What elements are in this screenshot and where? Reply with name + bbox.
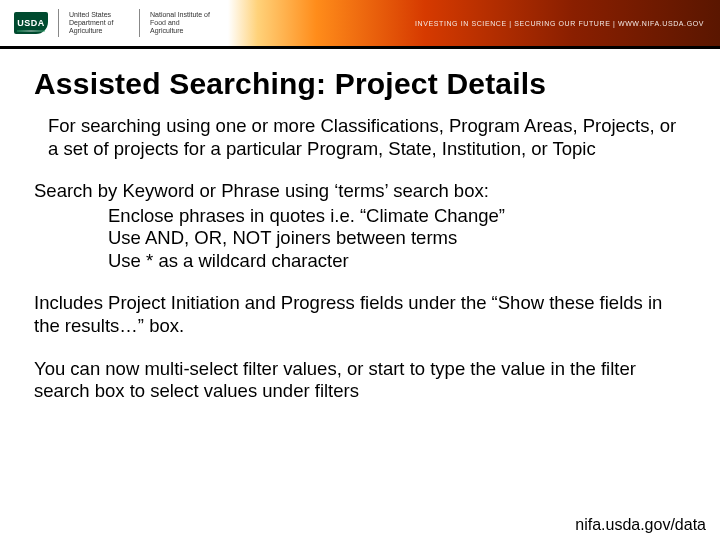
header-tagline: INVESTING IN SCIENCE | SECURING OUR FUTU…: [415, 20, 704, 27]
search-lead: Search by Keyword or Phrase using ‘terms…: [34, 180, 686, 203]
slide-content: Assisted Searching: Project Details For …: [0, 49, 720, 403]
divider: [58, 9, 59, 37]
slide-header: USDA United States Department of Agricul…: [0, 0, 720, 46]
slide-title: Assisted Searching: Project Details: [34, 67, 686, 101]
search-tip-quotes: Enclose phrases in quotes i.e. “Climate …: [34, 205, 686, 228]
org-text-1: United States Department of Agriculture: [69, 11, 129, 35]
search-tip-joiners: Use AND, OR, NOT joiners between terms: [34, 227, 686, 250]
usda-mark-icon: USDA: [14, 12, 48, 34]
header-gradient: INVESTING IN SCIENCE | SECURING OUR FUTU…: [228, 0, 720, 46]
includes-paragraph: Includes Project Initiation and Progress…: [34, 292, 686, 337]
divider: [139, 9, 140, 37]
usda-logo: USDA: [14, 12, 48, 34]
search-tip-wildcard: Use * as a wildcard character: [34, 250, 686, 273]
org-text-2: National Institute of Food and Agricultu…: [150, 11, 210, 35]
header-logos: USDA United States Department of Agricul…: [0, 0, 228, 46]
footer-url: nifa.usda.gov/data: [575, 516, 706, 534]
intro-paragraph: For searching using one or more Classifi…: [34, 115, 686, 160]
multiselect-paragraph: You can now multi-select filter values, …: [34, 358, 686, 403]
search-instructions: Search by Keyword or Phrase using ‘terms…: [34, 180, 686, 272]
